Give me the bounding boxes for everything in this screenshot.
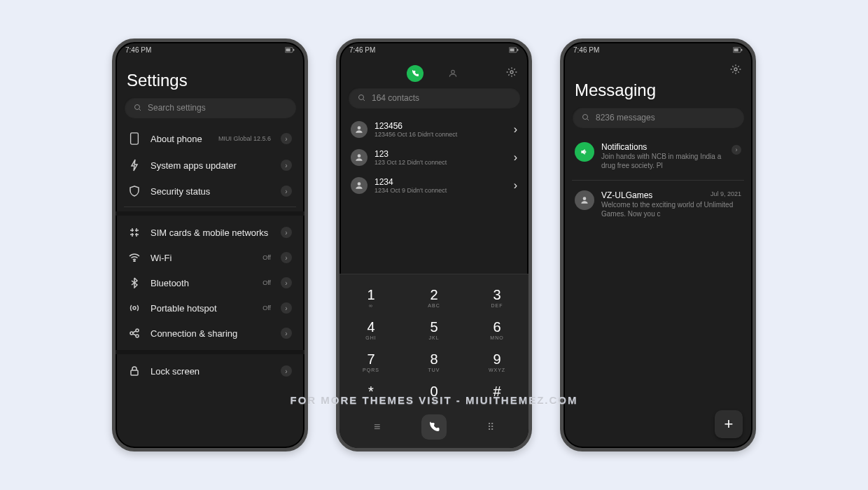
bluetooth-icon [128, 277, 141, 288]
settings-item-wifi[interactable]: Wi-Fi Off › [124, 245, 296, 270]
svg-point-10 [136, 335, 139, 337]
call-row[interactable]: 123123 Oct 12 Didn't connect › [348, 144, 520, 172]
chevron-icon: › [281, 227, 292, 238]
search-icon [582, 113, 590, 122]
gear-icon[interactable] [730, 64, 741, 78]
status-time: 7:46 PM [573, 46, 599, 54]
contacts-search[interactable]: 164 contacts [348, 88, 520, 108]
share-icon [128, 328, 141, 338]
svg-line-18 [363, 99, 365, 102]
call-row[interactable]: 12341234 Oct 9 Didn't connect › [348, 172, 520, 200]
svg-point-8 [130, 332, 133, 335]
messaging-title: Messaging [575, 80, 741, 100]
chevron-icon[interactable]: › [514, 179, 517, 192]
search-placeholder: 164 contacts [372, 93, 419, 103]
dialpad-key-3[interactable]: 3DEF [465, 281, 528, 314]
chevron-icon: › [281, 186, 292, 197]
svg-rect-14 [517, 48, 518, 50]
svg-point-17 [359, 95, 364, 100]
chevron-icon: › [281, 133, 292, 144]
svg-point-20 [358, 154, 361, 158]
svg-point-15 [451, 70, 455, 74]
bolt-icon [128, 159, 141, 172]
svg-point-7 [133, 307, 136, 309]
call-row[interactable]: 123456123456 Oct 16 Didn't connect › [348, 115, 520, 144]
dialpad-key-6[interactable]: 6MNO [465, 314, 528, 346]
status-icons [733, 47, 743, 54]
compose-button[interactable]: + [715, 410, 743, 438]
svg-point-6 [134, 260, 135, 262]
settings-item-lock[interactable]: Lock screen › [124, 358, 296, 384]
dialpad-key-7[interactable]: 7PQRS [340, 346, 402, 378]
settings-item-connection[interactable]: Connection & sharing › [124, 321, 296, 346]
dialpad-key-5[interactable]: 5JKL [402, 314, 465, 346]
status-bar: 7:46 PM [340, 42, 528, 58]
chevron-icon: › [281, 277, 292, 288]
avatar-icon [351, 121, 368, 138]
chevron-icon[interactable]: › [514, 123, 517, 136]
gear-icon[interactable] [506, 66, 517, 80]
svg-rect-2 [293, 48, 294, 50]
dialpad-key-0[interactable]: 0+ [402, 378, 465, 410]
svg-rect-24 [741, 48, 742, 50]
settings-item-about[interactable]: About phone MIUI Global 12.5.6 › [124, 125, 296, 152]
svg-rect-1 [286, 48, 290, 51]
status-icons [509, 47, 519, 54]
lock-icon [128, 366, 141, 376]
status-time: 7:46 PM [125, 46, 151, 54]
phone-icon [128, 132, 141, 145]
svg-point-21 [358, 182, 361, 186]
message-row[interactable]: Notifications Join hands with NCB in mak… [572, 135, 744, 177]
settings-title: Settings [127, 71, 293, 90]
settings-item-hotspot[interactable]: Portable hotspot Off › [124, 295, 296, 321]
svg-line-27 [587, 119, 589, 121]
svg-rect-23 [734, 48, 738, 51]
settings-item-bluetooth[interactable]: Bluetooth Off › [124, 270, 296, 295]
svg-point-28 [583, 197, 587, 200]
chevron-icon: › [281, 302, 292, 314]
dialpad-key-#[interactable]: # [465, 378, 528, 410]
wifi-icon [128, 253, 141, 262]
search-icon [134, 104, 142, 112]
settings-search[interactable]: Search settings [124, 97, 296, 118]
phone-dialer: 7:46 PM 164 contacts 123456123456 Oct 16… [336, 38, 532, 451]
dialpad-key-4[interactable]: 4GHI [340, 314, 402, 346]
dialpad-key-*[interactable]: * [340, 378, 402, 410]
chevron-icon: › [281, 365, 292, 377]
svg-line-4 [139, 109, 141, 111]
shield-icon [128, 186, 141, 197]
settings-item-updater[interactable]: System apps updater › [124, 152, 296, 178]
dialpad-key-2[interactable]: 2ABC [402, 281, 465, 314]
phone-messaging: 7:46 PM Messaging 8236 messages Notifica… [560, 38, 756, 451]
svg-point-19 [358, 126, 361, 130]
status-icons [285, 47, 295, 54]
settings-item-security[interactable]: Security status › [124, 178, 296, 204]
svg-point-26 [583, 115, 588, 120]
grid-icon[interactable]: ⠿ [487, 421, 494, 433]
dialpad-key-8[interactable]: 8TUV [402, 346, 465, 378]
search-icon [358, 94, 366, 102]
status-bar: 7:46 PM [115, 42, 304, 58]
tab-contacts[interactable] [444, 65, 461, 82]
messages-search[interactable]: 8236 messages [572, 107, 744, 128]
call-button[interactable] [421, 414, 447, 440]
dialpad-key-9[interactable]: 9WXYZ [465, 346, 528, 378]
svg-rect-13 [510, 48, 514, 51]
svg-point-16 [510, 71, 513, 74]
status-bar: 7:46 PM [564, 42, 752, 58]
tabs [348, 65, 520, 82]
message-row[interactable]: VZ-ULGamesJul 9, 2021 Welcome to the exc… [572, 183, 744, 225]
chevron-icon: › [281, 252, 292, 263]
phone-settings: 7:46 PM Settings Search settings About p… [112, 38, 308, 451]
svg-rect-11 [131, 370, 138, 375]
avatar-icon [351, 177, 368, 194]
tab-phone[interactable] [407, 65, 424, 82]
search-placeholder: 8236 messages [596, 113, 655, 122]
chevron-icon: › [732, 145, 741, 155]
menu-icon[interactable]: ≡ [374, 421, 380, 433]
chevron-icon[interactable]: › [514, 151, 517, 164]
chevron-icon: › [281, 160, 292, 171]
dialpad-key-1[interactable]: 1∞ [340, 281, 402, 314]
sim-icon [128, 227, 141, 237]
settings-item-sim[interactable]: SIM cards & mobile networks › [124, 220, 296, 245]
